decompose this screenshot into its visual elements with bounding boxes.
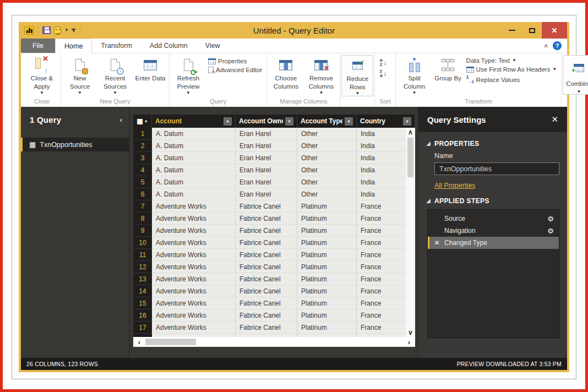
replace-values-button[interactable]: 1→2 Replace Values bbox=[466, 75, 557, 84]
cell-account[interactable]: Adventure Works bbox=[152, 297, 236, 309]
maximize-button[interactable] bbox=[522, 22, 542, 39]
cell-account-type[interactable]: Other bbox=[297, 140, 357, 152]
applied-step-navigation[interactable]: Navigation⚙ bbox=[428, 225, 559, 237]
cell-account-type[interactable]: Other bbox=[297, 188, 357, 200]
help-icon[interactable]: ? bbox=[553, 41, 562, 50]
cell-account-type[interactable]: Other bbox=[297, 152, 357, 164]
cell-account-owner[interactable]: Eran Harel bbox=[236, 128, 297, 140]
cell-account[interactable]: Adventure Works bbox=[152, 213, 236, 225]
filter-icon[interactable]: ▼ bbox=[345, 117, 353, 126]
tab-view[interactable]: View bbox=[197, 39, 229, 53]
row-number[interactable]: 17 bbox=[133, 322, 152, 334]
horizontal-scroll-thumb[interactable] bbox=[145, 339, 196, 345]
cell-account-owner[interactable]: Fabrice Canel bbox=[236, 322, 297, 334]
cell-account-owner[interactable]: Fabrice Canel bbox=[236, 249, 297, 261]
row-number[interactable]: 12 bbox=[133, 261, 152, 273]
row-number[interactable]: 14 bbox=[133, 285, 152, 297]
recent-sources-button[interactable]: Recent Sources ▼ bbox=[97, 55, 133, 95]
gear-icon[interactable]: ⚙ bbox=[547, 215, 554, 223]
cell-account-type[interactable]: Other bbox=[297, 176, 357, 188]
cell-account-type[interactable]: Platinum bbox=[297, 309, 357, 322]
row-number[interactable]: 7 bbox=[133, 200, 152, 213]
horizontal-scrollbar[interactable]: ‹ › bbox=[133, 337, 415, 347]
close-icon[interactable]: ✕ bbox=[551, 115, 558, 124]
cell-account[interactable]: Adventure Works bbox=[152, 237, 236, 249]
row-number[interactable]: 2 bbox=[133, 140, 152, 152]
cell-account[interactable]: Adventure Works bbox=[152, 225, 236, 237]
delete-step-icon[interactable]: ✕ bbox=[429, 239, 444, 247]
cell-account-owner[interactable]: Eran Harel bbox=[236, 176, 297, 188]
filter-icon[interactable]: ▼ bbox=[224, 117, 232, 126]
minimize-button[interactable] bbox=[502, 22, 522, 39]
row-number[interactable]: 1 bbox=[133, 128, 152, 140]
query-name-input[interactable] bbox=[434, 162, 559, 175]
row-number[interactable]: 13 bbox=[133, 273, 152, 285]
cell-account-type[interactable]: Other bbox=[297, 128, 357, 140]
feedback-smiley-icon[interactable] bbox=[53, 26, 62, 35]
row-number[interactable]: 9 bbox=[133, 225, 152, 237]
cell-account[interactable]: Adventure Works bbox=[152, 309, 236, 322]
choose-columns-button[interactable]: Choose Columns bbox=[268, 55, 303, 91]
gear-icon[interactable]: ⚙ bbox=[547, 227, 554, 235]
cell-account[interactable]: A. Datum bbox=[152, 164, 236, 176]
scroll-up-icon[interactable]: ∧ bbox=[406, 128, 415, 137]
row-number[interactable]: 5 bbox=[133, 176, 152, 188]
cell-account-type[interactable]: Platinum bbox=[297, 225, 357, 237]
close-button[interactable]: ✕ bbox=[542, 22, 567, 39]
cell-account-type[interactable]: Platinum bbox=[297, 273, 357, 285]
cell-account-owner[interactable]: Fabrice Canel bbox=[236, 309, 297, 322]
scroll-right-icon[interactable]: › bbox=[403, 338, 415, 346]
tab-transform[interactable]: Transform bbox=[92, 39, 141, 53]
cell-account[interactable]: A. Datum bbox=[152, 176, 236, 188]
row-number[interactable]: 3 bbox=[133, 152, 152, 164]
cell-account[interactable]: A. Datum bbox=[152, 128, 236, 140]
cell-account-owner[interactable]: Eran Harel bbox=[236, 188, 297, 200]
cell-account-owner[interactable]: Eran Harel bbox=[236, 164, 297, 176]
row-number[interactable]: 10 bbox=[133, 237, 152, 249]
close-and-apply-button[interactable]: ✕↑ Close & Apply ▼ bbox=[24, 55, 59, 95]
reduce-rows-button[interactable]: ✓ Reduce Rows ▼ bbox=[341, 55, 373, 96]
cell-account-type[interactable]: Platinum bbox=[297, 213, 357, 225]
applied-step-changed-type[interactable]: ✕Changed Type bbox=[428, 237, 559, 249]
scroll-down-icon[interactable]: ∨ bbox=[406, 328, 415, 337]
cell-account[interactable]: Adventure Works bbox=[152, 249, 236, 261]
cell-account[interactable]: Adventure Works bbox=[152, 322, 236, 334]
cell-account-owner[interactable]: Fabrice Canel bbox=[236, 237, 297, 249]
cell-account-owner[interactable]: Fabrice Canel bbox=[236, 200, 297, 213]
scroll-left-icon[interactable]: ‹ bbox=[133, 338, 145, 346]
column-header-account-type[interactable]: Account Type ▼ bbox=[297, 115, 357, 128]
cell-account[interactable]: Adventure Works bbox=[152, 285, 236, 297]
column-header-account[interactable]: Account ▼ bbox=[152, 115, 236, 128]
vertical-scrollbar[interactable]: ∧ ∨ bbox=[406, 128, 415, 337]
row-number[interactable]: 4 bbox=[133, 164, 152, 176]
row-number[interactable]: 15 bbox=[133, 297, 152, 309]
filter-icon[interactable]: ▼ bbox=[403, 117, 411, 126]
cell-account-type[interactable]: Other bbox=[297, 164, 357, 176]
cell-account-owner[interactable]: Fabrice Canel bbox=[236, 213, 297, 225]
applied-step-source[interactable]: Source⚙ bbox=[428, 213, 559, 225]
cell-account-owner[interactable]: Eran Harel bbox=[236, 152, 297, 164]
combine-button[interactable]: + Combine ▼ bbox=[563, 55, 588, 95]
collapse-pane-icon[interactable]: ‹ bbox=[120, 116, 122, 124]
applied-steps-section-header[interactable]: APPLIED STEPS bbox=[426, 197, 559, 205]
group-by-button[interactable]: Group By bbox=[432, 55, 464, 83]
cell-account[interactable]: A. Datum bbox=[152, 188, 236, 200]
cell-account-type[interactable]: Platinum bbox=[297, 261, 357, 273]
cell-account-type[interactable]: Platinum bbox=[297, 200, 357, 213]
refresh-preview-button[interactable]: ⟳ Refresh Preview ▼ bbox=[171, 55, 206, 95]
row-number[interactable]: 11 bbox=[133, 249, 152, 261]
tab-file[interactable]: File bbox=[21, 39, 55, 53]
save-icon[interactable] bbox=[42, 26, 51, 34]
cell-account[interactable]: A. Datum bbox=[152, 140, 236, 152]
cell-account-owner[interactable]: Eran Harel bbox=[236, 140, 297, 152]
properties-button[interactable]: Properties bbox=[208, 58, 262, 64]
filter-icon[interactable]: ▼ bbox=[285, 117, 293, 126]
query-list-item[interactable]: ▦ TxnOpportunities bbox=[21, 138, 129, 151]
collapse-ribbon-icon[interactable]: ∧ bbox=[543, 42, 548, 48]
cell-account-type[interactable]: Platinum bbox=[297, 249, 357, 261]
new-source-button[interactable]: New Source ▼ bbox=[62, 55, 97, 95]
cell-account-type[interactable]: Platinum bbox=[297, 285, 357, 297]
cell-account-type[interactable]: Platinum bbox=[297, 237, 357, 249]
cell-account-type[interactable]: Platinum bbox=[297, 297, 357, 309]
cell-account[interactable]: Adventure Works bbox=[152, 273, 236, 285]
